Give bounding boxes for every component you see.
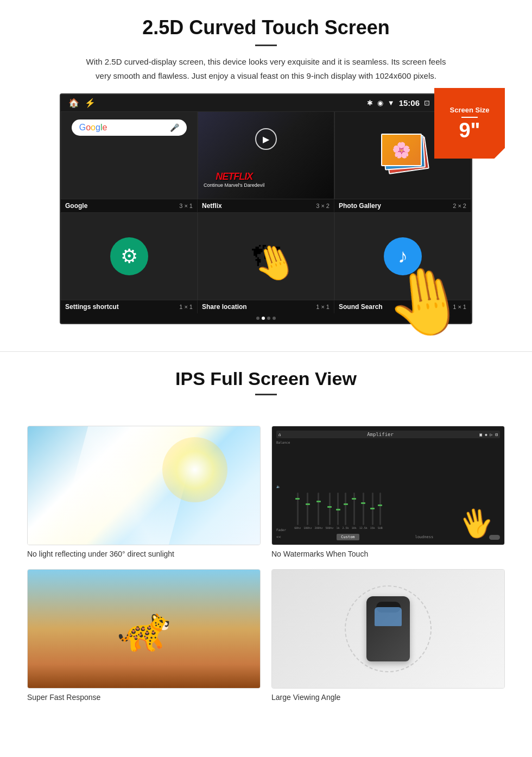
slider-track-1 xyxy=(297,493,299,525)
android-screen: 🏠 ⚡ ✱ ◉ ▼ 15:06 ⊡ 🔈 ⊠ ⊟ xyxy=(60,93,472,324)
slider-col-8: 12.5k xyxy=(359,493,368,529)
sound-circle: ♪ xyxy=(384,237,422,275)
car-window xyxy=(375,607,402,626)
sun-glow xyxy=(162,437,227,502)
amp-home-icon: ⌂ xyxy=(278,432,281,437)
amplifier-image: ⌂ Amplifier ▣ ◈ ▷ ⊟ Balance 🔈 Fader xyxy=(271,426,505,545)
slider-label-5: 1k xyxy=(337,526,340,529)
sunlight-bg xyxy=(28,426,260,545)
google-label: Google xyxy=(65,202,87,210)
gear-circle: ⚙ xyxy=(110,237,148,275)
app-grid-row1: Google 🎤 ▶ xyxy=(61,111,471,199)
section1-description: With 2.5D curved-display screen, this de… xyxy=(81,55,451,83)
title-divider xyxy=(255,45,277,46)
google-size: 3 × 1 xyxy=(179,203,193,209)
slider-label-1: 60hz xyxy=(294,526,301,529)
feature-grid: No light reflecting under 360° direct su… xyxy=(0,415,532,712)
slider-thumb-9 xyxy=(370,508,375,509)
slider-label-8: 12.5k xyxy=(359,526,368,529)
screen-mockup-wrapper: Screen Size 9" 🏠 ⚡ ✱ ◉ ▼ 15:06 ⊡ xyxy=(33,93,499,324)
amp-custom-btn[interactable]: Custom xyxy=(337,534,359,540)
slider-label-4: 500hz xyxy=(325,526,333,529)
settings-bg: ⚙ xyxy=(61,213,197,300)
slider-track-8 xyxy=(363,493,364,525)
slider-thumb-8 xyxy=(361,502,365,504)
app-cell-sound[interactable]: ♪ xyxy=(334,212,471,300)
dot-2-active xyxy=(262,317,265,320)
car-body xyxy=(366,596,410,661)
slider-col-7: 10k xyxy=(352,493,357,529)
feature-cheetah: 🐆 Super Fast Response xyxy=(27,569,261,702)
netflix-subtitle: Continue Marvel's Daredevil xyxy=(204,182,264,188)
feature-amplifier: ⌂ Amplifier ▣ ◈ ▷ ⊟ Balance 🔈 Fader xyxy=(271,426,505,558)
slider-thumb-1 xyxy=(295,498,300,500)
google-cell-inner: Google 🎤 xyxy=(61,112,197,199)
slider-thumb-4 xyxy=(327,506,332,508)
section2-title: IPS Full Screen View xyxy=(33,368,499,389)
car-circle xyxy=(345,585,432,672)
slider-label-2: 100hz xyxy=(303,526,312,529)
app-cell-settings[interactable]: ⚙ xyxy=(61,212,198,300)
slider-col-9: 15k xyxy=(370,493,375,529)
amp-icons: ▣ ◈ ▷ ⊟ xyxy=(479,432,498,437)
slider-thumb-5 xyxy=(336,509,340,510)
play-button[interactable]: ▶ xyxy=(255,128,277,150)
feature-sunlight: No light reflecting under 360° direct su… xyxy=(27,426,261,558)
usb-icon: ⚡ xyxy=(85,98,96,108)
netflix-label: Netflix xyxy=(202,202,222,210)
app-label-settings: Settings shortcut 1 × 1 xyxy=(61,300,198,313)
slider-track-10 xyxy=(379,493,381,525)
cheetah-image: 🐆 xyxy=(27,569,261,689)
photo-stack: 🌸 xyxy=(376,134,430,177)
slider-col-10: SUB xyxy=(378,493,383,529)
app-grid-row2: ⚙ 🗺 🤚 xyxy=(61,212,471,300)
camera-icon: ⊡ xyxy=(424,99,430,107)
sunlight-caption: No light reflecting under 360° direct su… xyxy=(27,550,261,558)
amp-title: Amplifier xyxy=(367,432,394,437)
car-image xyxy=(271,569,505,689)
dot-3 xyxy=(267,317,270,320)
cheetah-caption: Super Fast Response xyxy=(27,693,261,702)
badge-size: 9" xyxy=(459,120,480,141)
slider-track-7 xyxy=(353,493,355,525)
slider-track-9 xyxy=(372,493,373,525)
google-search-bar[interactable]: Google 🎤 xyxy=(72,119,187,136)
google-logo: Google xyxy=(79,123,107,133)
section1-title: 2.5D Curved Touch Screen xyxy=(33,16,499,39)
netflix-size: 3 × 2 xyxy=(316,203,330,209)
home-icon: 🏠 xyxy=(68,98,79,108)
amplifier-bg: ⌂ Amplifier ▣ ◈ ▷ ⊟ Balance 🔈 Fader xyxy=(272,426,504,545)
amp-loudness-label: loudness xyxy=(415,535,433,539)
slider-label-9: 15k xyxy=(370,526,375,529)
screen-size-badge: Screen Size 9" xyxy=(434,88,505,159)
slider-thumb-6 xyxy=(344,503,348,505)
sound-size: 1 × 1 xyxy=(453,304,466,310)
settings-label: Settings shortcut xyxy=(65,303,119,311)
slider-label-3: 200hz xyxy=(314,526,322,529)
app-cell-netflix[interactable]: ▶ NETFLIX Continue Marvel's Daredevil xyxy=(198,111,334,199)
slider-col-2: 100hz xyxy=(303,493,312,529)
settings-size: 1 × 1 xyxy=(179,304,193,310)
app-cell-maps[interactable]: 🗺 🤚 xyxy=(198,212,334,300)
cheetah-bg: 🐆 xyxy=(28,570,260,688)
car-bg xyxy=(272,570,504,688)
slider-thumb-3 xyxy=(316,501,321,502)
bluetooth-icon: ✱ xyxy=(367,99,373,107)
slider-track-4 xyxy=(329,493,331,525)
settings-cell-inner: ⚙ xyxy=(61,213,197,300)
app-label-gallery: Photo Gallery 2 × 2 xyxy=(334,199,471,212)
netflix-cell-inner: ▶ NETFLIX Continue Marvel's Daredevil xyxy=(198,112,334,199)
slider-track-5 xyxy=(337,493,339,525)
amp-y-labels: Balance 🔈 Fader xyxy=(276,440,291,532)
section-ips: IPS Full Screen View xyxy=(0,352,532,415)
app-cell-google[interactable]: Google 🎤 xyxy=(61,111,198,199)
amp-topbar: ⌂ Amplifier ▣ ◈ ▷ ⊟ xyxy=(276,431,500,438)
slider-thumb-2 xyxy=(306,503,310,505)
dot-4 xyxy=(273,317,276,320)
slider-track-3 xyxy=(318,493,319,525)
dot-1 xyxy=(256,317,259,320)
app-labels-row1: Google 3 × 1 Netflix 3 × 2 Photo Gallery… xyxy=(61,199,471,212)
amp-nav: << xyxy=(276,535,281,539)
sound-label: Sound Search xyxy=(339,303,383,311)
slider-thumb-10 xyxy=(378,504,382,506)
